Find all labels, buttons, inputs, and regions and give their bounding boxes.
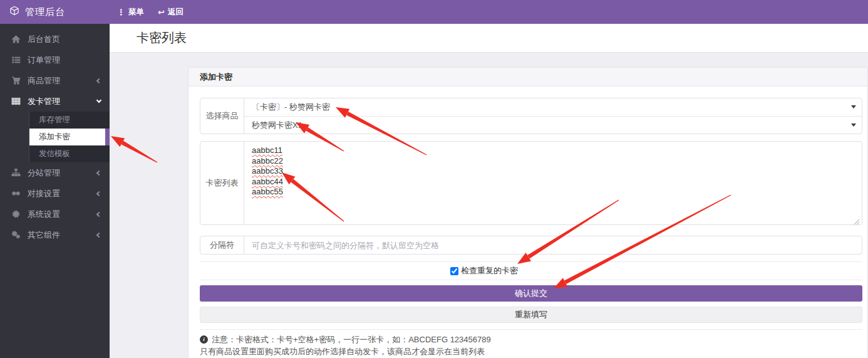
separator-input[interactable] bbox=[244, 236, 862, 254]
chevron-left-icon bbox=[96, 191, 101, 196]
sidebar-item-card-mgmt[interactable]: 发卡管理 bbox=[0, 91, 110, 112]
cube-logo-icon bbox=[9, 6, 19, 18]
card-line: aabbc55 bbox=[252, 187, 283, 197]
note-line-1: 注意：卡密格式：卡号+空格+密码，一行一张卡，如：ABCDEFG 1234567… bbox=[212, 334, 491, 345]
card-list-area[interactable]: aabbc11 aabbc22 aabbc33 aabbc44 aabbc55 bbox=[244, 142, 862, 224]
separator-label: 分隔符 bbox=[200, 236, 244, 254]
product-select[interactable]: 秒赞网卡密X1 bbox=[244, 116, 862, 134]
page-title: 卡密列表 bbox=[137, 29, 187, 46]
chevron-left-icon bbox=[96, 211, 101, 216]
top-bar: 管理后台 ⋮ 菜单 ↩ 返回 bbox=[0, 0, 868, 24]
select-caret-icon bbox=[851, 105, 856, 108]
home-icon bbox=[11, 34, 21, 44]
chevron-left-icon bbox=[96, 170, 101, 175]
submit-button[interactable]: 确认提交 bbox=[200, 285, 862, 302]
sitemap-icon bbox=[11, 168, 21, 177]
note-line-2: 只有商品设置里面购买成功后的动作选择自动发卡，该商品才会显示在当前列表 bbox=[200, 345, 485, 357]
card-line: aabbc44 bbox=[252, 177, 283, 187]
panel-header: 添加卡密 bbox=[189, 68, 867, 87]
sidebar: 后台首页 订单管理 商品管理 发卡管理 库存管理 添加卡密 bbox=[0, 24, 110, 358]
content-area: 添加卡密 选择商品 〔卡密〕- 秒赞网卡密 秒赞网卡密X1 bbox=[110, 53, 868, 358]
cart-icon bbox=[11, 76, 21, 85]
gear-icon bbox=[11, 209, 21, 219]
brand[interactable]: 管理后台 bbox=[0, 6, 110, 18]
chevron-left-icon bbox=[96, 232, 101, 237]
link-icon bbox=[11, 189, 21, 198]
info-circle-icon: i bbox=[200, 335, 208, 344]
card-line: aabbc11 bbox=[252, 145, 282, 156]
select-caret-icon bbox=[851, 124, 856, 127]
card-line: aabbc22 bbox=[252, 156, 283, 167]
card-list-row: 卡密列表 aabbc11 aabbc22 aabbc33 aabbc44 aab… bbox=[200, 141, 862, 225]
sidebar-item-other-components[interactable]: 其它组件 bbox=[0, 224, 110, 245]
product-select-row: 选择商品 〔卡密〕- 秒赞网卡密 秒赞网卡密X1 bbox=[200, 98, 862, 134]
cogs-icon bbox=[11, 230, 21, 240]
sidebar-item-home[interactable]: 后台首页 bbox=[0, 29, 110, 50]
back-arrow-icon: ↩ bbox=[158, 8, 165, 17]
sidebar-item-substation[interactable]: 分站管理 bbox=[0, 162, 110, 183]
back-button[interactable]: ↩ 返回 bbox=[158, 7, 183, 18]
sidebar-item-system-settings[interactable]: 系统设置 bbox=[0, 204, 110, 224]
product-select-label: 选择商品 bbox=[200, 98, 244, 134]
menu-dots-icon: ⋮ bbox=[117, 8, 125, 17]
sidebar-item-products[interactable]: 商品管理 bbox=[0, 70, 110, 91]
reset-button[interactable]: 重新填写 bbox=[200, 307, 862, 323]
main-area: 卡密列表 添加卡密 选择商品 〔卡密〕- 秒赞网卡密 秒赞网卡密X1 bbox=[110, 24, 868, 358]
separator-row: 分隔符 bbox=[200, 236, 862, 255]
check-duplicates-label: 检查重复的卡密 bbox=[461, 265, 518, 276]
app-title: 管理后台 bbox=[25, 6, 65, 18]
note-box: i 注意：卡密格式：卡号+空格+密码，一行一张卡，如：ABCDEFG 12345… bbox=[200, 329, 862, 357]
card-list-label: 卡密列表 bbox=[200, 142, 244, 224]
check-duplicates-checkbox[interactable] bbox=[450, 267, 458, 275]
resize-grip-icon[interactable] bbox=[854, 216, 860, 223]
add-card-panel: 添加卡密 选择商品 〔卡密〕- 秒赞网卡密 秒赞网卡密X1 bbox=[188, 67, 868, 358]
list-icon bbox=[11, 55, 21, 65]
sidebar-item-orders[interactable]: 订单管理 bbox=[0, 50, 110, 70]
chevron-down-icon bbox=[96, 98, 101, 103]
sidebar-item-add-card[interactable]: 添加卡密 bbox=[29, 129, 110, 145]
duplicate-check-row: 检查重复的卡密 bbox=[200, 261, 862, 280]
sidebar-item-stock-mgmt[interactable]: 库存管理 bbox=[29, 112, 110, 129]
card-mgmt-submenu: 库存管理 添加卡密 发信模板 bbox=[29, 112, 110, 162]
product-type-select[interactable]: 〔卡密〕- 秒赞网卡密 bbox=[244, 98, 862, 116]
sidebar-item-mail-template[interactable]: 发信模板 bbox=[29, 145, 110, 162]
grid-icon bbox=[11, 97, 21, 106]
card-line: aabbc33 bbox=[252, 166, 283, 177]
menu-button[interactable]: ⋮ 菜单 bbox=[117, 7, 144, 18]
page-header: 卡密列表 bbox=[110, 24, 868, 53]
chevron-left-icon bbox=[96, 78, 101, 83]
sidebar-item-docking[interactable]: 对接设置 bbox=[0, 183, 110, 204]
